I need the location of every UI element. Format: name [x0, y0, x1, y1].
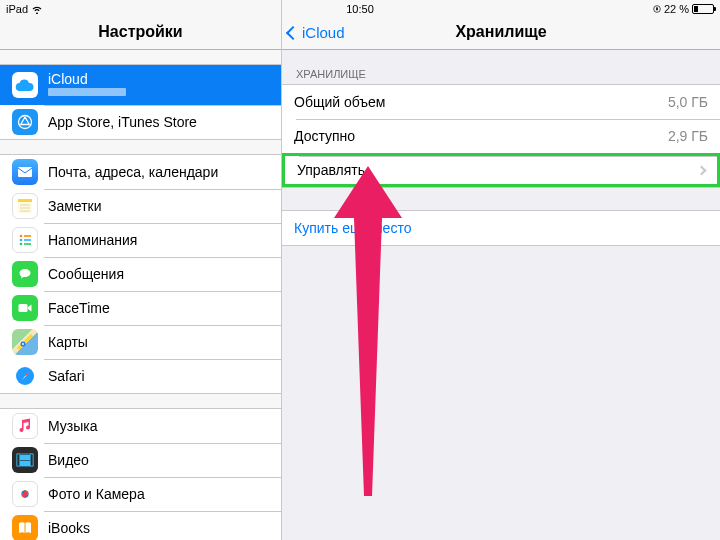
battery-icon — [692, 4, 714, 14]
cloud-icon — [12, 72, 38, 98]
sidebar-item-label: Сообщения — [48, 266, 124, 282]
svg-rect-22 — [20, 461, 30, 466]
svg-rect-21 — [20, 455, 30, 460]
device-label: iPad — [6, 3, 28, 15]
chevron-right-icon — [697, 165, 707, 175]
back-label: iCloud — [302, 24, 345, 41]
row-label: Управлять — [297, 162, 365, 178]
battery-percent: 22 % — [664, 3, 689, 15]
safari-icon — [12, 363, 38, 389]
clock: 10:50 — [346, 3, 374, 15]
row-available: Доступно 2,9 ГБ — [282, 119, 720, 153]
svg-point-8 — [20, 235, 23, 238]
photos-icon — [12, 481, 38, 507]
buy-more-storage[interactable]: Купить еще место — [282, 211, 720, 245]
svg-rect-20 — [31, 454, 34, 466]
sidebar-item-label: App Store, iTunes Store — [48, 114, 197, 130]
sidebar-item-facetime[interactable]: FaceTime — [0, 291, 281, 325]
sidebar-item-safari[interactable]: Safari — [0, 359, 281, 393]
svg-rect-13 — [24, 243, 31, 245]
facetime-icon — [12, 295, 38, 321]
sidebar-item-subtitle — [48, 87, 269, 99]
row-label: Доступно — [294, 128, 355, 144]
maps-icon — [12, 329, 38, 355]
row-manage[interactable]: Управлять — [282, 153, 720, 187]
sidebar-item-messages[interactable]: Сообщения — [0, 257, 281, 291]
sidebar-item-label: iCloud — [48, 71, 269, 87]
sidebar-item-video[interactable]: Видео — [0, 443, 281, 477]
sidebar-item-ibooks[interactable]: iBooks — [0, 511, 281, 540]
sidebar-item-reminders[interactable]: Напоминания — [0, 223, 281, 257]
ibooks-icon — [12, 515, 38, 540]
row-value: 2,9 ГБ — [668, 128, 708, 144]
chevron-left-icon — [286, 25, 300, 39]
sidebar-item-label: Safari — [48, 368, 85, 384]
svg-rect-2 — [18, 167, 32, 177]
sidebar-item-label: Фото и Камера — [48, 486, 145, 502]
svg-point-12 — [20, 243, 23, 246]
appstore-icon — [12, 109, 38, 135]
sidebar-item-mail[interactable]: Почта, адреса, календари — [0, 155, 281, 189]
status-bar: iPad 10:50 22 % — [0, 0, 720, 18]
sidebar-item-icloud[interactable]: iCloud — [0, 65, 281, 105]
svg-point-10 — [20, 239, 23, 242]
detail-pane: iCloud Хранилище ХРАНИЛИЩЕ Общий объем 5… — [282, 0, 720, 540]
sidebar-item-music[interactable]: Музыка — [0, 409, 281, 443]
svg-rect-19 — [17, 454, 20, 466]
orientation-lock-icon — [653, 4, 661, 14]
sidebar-item-label: iBooks — [48, 520, 90, 536]
row-total: Общий объем 5,0 ГБ — [282, 85, 720, 119]
mail-icon — [12, 159, 38, 185]
music-icon — [12, 413, 38, 439]
back-button[interactable]: iCloud — [288, 24, 345, 41]
sidebar-item-photos[interactable]: Фото и Камера — [0, 477, 281, 511]
row-label: Общий объем — [294, 94, 385, 110]
video-icon — [12, 447, 38, 473]
sidebar-item-label: Почта, адреса, календари — [48, 164, 218, 180]
svg-rect-3 — [18, 199, 32, 202]
sidebar-item-label: Музыка — [48, 418, 98, 434]
svg-point-16 — [22, 343, 24, 345]
row-label: Купить еще место — [294, 220, 411, 236]
sidebar-item-label: Видео — [48, 452, 89, 468]
notes-icon — [12, 193, 38, 219]
svg-rect-9 — [24, 235, 31, 237]
svg-rect-11 — [24, 239, 31, 241]
reminders-icon — [12, 227, 38, 253]
detail-title: Хранилище — [455, 23, 546, 41]
sidebar-item-label: Карты — [48, 334, 88, 350]
sidebar-item-notes[interactable]: Заметки — [0, 189, 281, 223]
sidebar-item-stores[interactable]: App Store, iTunes Store — [0, 105, 281, 139]
sidebar-item-label: FaceTime — [48, 300, 110, 316]
wifi-icon — [31, 4, 43, 14]
sidebar-item-label: Напоминания — [48, 232, 137, 248]
messages-icon — [12, 261, 38, 287]
section-header: ХРАНИЛИЩЕ — [282, 50, 720, 84]
sidebar-item-label: Заметки — [48, 198, 102, 214]
sidebar-title: Настройки — [98, 23, 182, 41]
sidebar-item-maps[interactable]: Карты — [0, 325, 281, 359]
row-value: 5,0 ГБ — [668, 94, 708, 110]
sidebar: Настройки iCloud — [0, 0, 282, 540]
svg-rect-14 — [19, 304, 28, 312]
